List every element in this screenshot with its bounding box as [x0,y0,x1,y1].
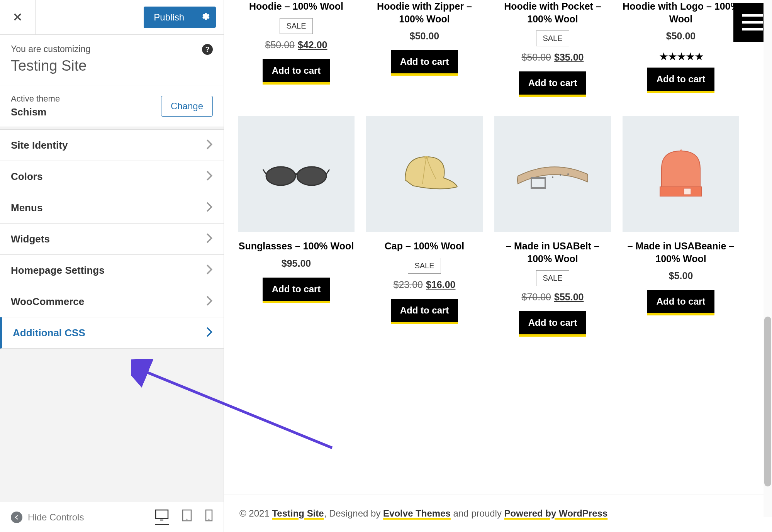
sidebar-footer: Hide Controls [0,502,224,532]
add-to-cart-button[interactable]: Add to cart [263,59,330,85]
product-price: $50.00 [410,30,439,42]
menu-additional-css[interactable]: Additional CSS [0,317,224,349]
product-card[interactable]: Cap – 100% Wool SALE $23.00$16.00 Add to… [366,116,483,337]
svg-point-11 [567,173,569,175]
sidebar-header: ✕ Publish [0,0,224,35]
menu-item-label: Homepage Settings [11,264,105,276]
svg-rect-13 [684,188,691,195]
gear-icon [200,12,210,21]
close-icon: ✕ [13,10,22,24]
footer-text: , Designed by [324,508,383,518]
scrollbar-track[interactable] [764,0,772,517]
menu-item-label: Site Identity [11,139,68,151]
device-preview-icons [155,509,213,525]
menu-colors[interactable]: Colors [0,161,224,192]
product-title: – Made in USABeanie – 100% Wool [623,240,739,265]
product-title: Hoodie with Zipper – 100% Wool [366,0,483,25]
footer-theme-link[interactable]: Evolve Themes [383,508,451,518]
active-theme-label: Active theme [11,94,60,104]
product-image-belt [494,116,611,232]
menu-item-label: Menus [11,202,42,214]
add-to-cart-button[interactable]: Add to cart [647,290,715,315]
svg-point-9 [552,176,553,178]
hide-controls-button[interactable]: Hide Controls [11,512,84,523]
product-price: $50.00$42.00 [265,39,327,51]
chevron-right-icon [206,295,213,308]
sale-badge: SALE [408,258,441,274]
publish-button[interactable]: Publish [144,7,194,28]
menu-item-label: Additional CSS [13,327,85,339]
svg-point-10 [560,174,561,176]
chevron-right-icon [206,202,213,214]
sale-badge: SALE [536,30,569,46]
footer-text: and proudly [451,508,504,518]
add-to-cart-button[interactable]: Add to cart [263,278,330,303]
add-to-cart-button[interactable]: Add to cart [519,311,587,337]
svg-rect-0 [156,510,168,518]
chevron-right-icon [206,264,213,276]
product-image-beanie [623,116,739,232]
product-price: $5.00 [669,270,693,281]
change-theme-button[interactable]: Change [161,96,213,117]
product-title: Hoodie – 100% Wool [249,0,343,13]
menu-menus[interactable]: Menus [0,192,224,224]
footer-wordpress-link[interactable]: Powered by WordPress [504,508,608,518]
product-price: $70.00$55.00 [522,291,584,303]
footer-site-link[interactable]: Testing Site [272,508,324,518]
menu-homepage-settings[interactable]: Homepage Settings [0,255,224,286]
mobile-icon[interactable] [205,509,213,525]
product-price: $50.00$35.00 [522,52,584,63]
add-to-cart-button[interactable]: Add to cart [519,71,587,97]
desktop-icon[interactable] [155,509,169,525]
sale-badge: SALE [536,270,569,286]
tablet-icon[interactable] [182,509,192,525]
chevron-right-icon [206,139,213,151]
publish-settings-button[interactable] [194,7,216,28]
product-title: Cap – 100% Wool [385,240,465,252]
svg-point-4 [209,519,210,520]
close-button[interactable]: ✕ [0,0,36,35]
menu-item-label: Colors [11,171,42,183]
add-to-cart-button[interactable]: Add to cart [647,68,715,93]
sale-badge: SALE [280,18,312,34]
product-price: $95.00 [282,258,311,269]
product-card[interactable]: Hoodie with Pocket – 100% Wool SALE $50.… [494,0,611,97]
product-card[interactable]: – Made in USABelt – 100% Wool SALE $70.0… [494,116,611,337]
product-title: Hoodie with Logo – 100% Wool [623,0,739,25]
add-to-cart-button[interactable]: Add to cart [391,299,458,324]
menu-woocommerce[interactable]: WooCommerce [0,286,224,317]
product-title: Sunglasses – 100% Wool [239,240,354,252]
menu-site-identity[interactable]: Site Identity [0,130,224,161]
product-card[interactable]: – Made in USABeanie – 100% Wool $5.00 Ad… [623,116,739,337]
footer-copyright: © 2021 [239,508,272,518]
add-to-cart-button[interactable]: Add to cart [391,50,458,76]
product-card[interactable]: Hoodie with Zipper – 100% Wool $50.00 Ad… [366,0,483,97]
customizing-block: You are customizing Testing Site ? [0,35,224,85]
customizer-sidebar: ✕ Publish You are customizing Testing Si… [0,0,224,532]
active-theme-block: Active theme Schism Change [0,85,224,127]
product-price: $50.00 [666,30,696,42]
svg-rect-12 [660,187,702,196]
site-footer: © 2021 Testing Site, Designed by Evolve … [224,495,772,532]
menu-widgets[interactable]: Widgets [0,224,224,255]
product-card[interactable]: Hoodie – 100% Wool SALE $50.00$42.00 Add… [238,0,355,97]
help-icon[interactable]: ? [202,44,213,55]
collapse-icon [11,512,22,523]
svg-point-6 [297,167,326,185]
customizer-menu: Site Identity Colors Menus Widgets Homep… [0,129,224,349]
product-image-sunglasses [238,116,355,232]
svg-rect-8 [531,178,545,188]
publish-wrap: Publish [144,7,224,28]
product-card[interactable]: Hoodie with Logo – 100% Wool $50.00 ★★★★… [623,0,739,97]
theme-name: Schism [11,106,60,118]
chevron-right-icon [206,233,213,245]
product-title: – Made in USABelt – 100% Wool [494,240,611,265]
site-title: Testing Site [11,58,213,74]
menu-item-label: WooCommerce [11,296,84,308]
product-title: Hoodie with Pocket – 100% Wool [494,0,611,25]
product-card[interactable]: Sunglasses – 100% Wool $95.00 Add to car… [238,116,355,337]
scrollbar-thumb[interactable] [764,317,771,486]
product-price: $23.00$16.00 [394,279,456,290]
svg-point-5 [266,167,295,185]
star-rating-icon: ★★★★★ [659,50,703,63]
